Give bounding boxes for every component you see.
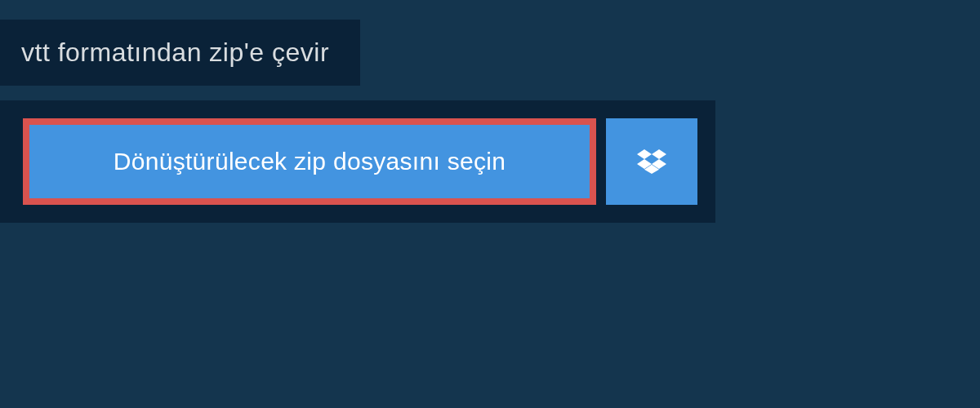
page-title: vtt formatından zip'e çevir (21, 38, 329, 67)
select-file-button[interactable]: Dönüştürülecek zip dosyasını seçin (23, 118, 596, 205)
dropbox-icon (637, 147, 666, 176)
dropbox-button[interactable] (606, 118, 697, 205)
select-file-button-label: Dönüştürülecek zip dosyasını seçin (114, 148, 506, 175)
upload-panel: Dönüştürülecek zip dosyasını seçin (0, 100, 715, 223)
header-tab: vtt formatından zip'e çevir (0, 20, 360, 86)
